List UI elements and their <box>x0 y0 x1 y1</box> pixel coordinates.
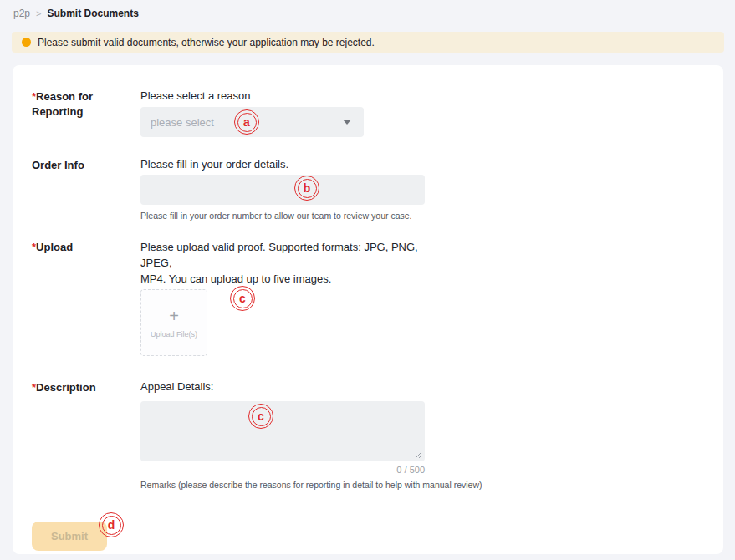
appeal-details-textarea[interactable] <box>140 401 425 461</box>
reason-select-placeholder: please select <box>151 116 214 129</box>
warning-text: Please submit valid documents, otherwise… <box>38 37 375 48</box>
character-counter: 0 / 500 <box>140 465 425 475</box>
reason-hint: Please select a reason <box>140 89 704 104</box>
submit-button[interactable]: Submit <box>32 522 107 551</box>
form-row-description: *Description Appeal Details: 0 / 500 Rem… <box>32 379 704 490</box>
order-label: Order Info <box>32 157 140 221</box>
resize-handle-icon[interactable] <box>415 451 422 459</box>
form-row-upload: *Upload Please upload valid proof. Suppo… <box>32 239 704 356</box>
order-helper-text: Please fill in your order number to allo… <box>140 211 704 221</box>
breadcrumb-item-submit-documents: Submit Documents <box>47 8 138 19</box>
reason-label: *Reason for Reporting <box>32 89 140 137</box>
plus-icon: + <box>169 308 179 324</box>
description-label: *Description <box>32 379 140 490</box>
description-hint: Appeal Details: <box>140 379 704 395</box>
upload-hint: Please upload valid proof. Supported for… <box>140 239 450 287</box>
description-helper-text: Remarks (please describe the reasons for… <box>140 480 704 490</box>
footer-divider <box>32 507 704 507</box>
order-number-input[interactable] <box>140 175 425 205</box>
chevron-down-icon <box>343 120 351 125</box>
upload-files-button[interactable]: + Upload File(s) <box>140 289 207 356</box>
upload-button-label: Upload File(s) <box>151 330 197 339</box>
page: p2p > Submit Documents Please submit val… <box>0 0 735 560</box>
form-card: *Reason for Reporting Please select a re… <box>13 65 723 554</box>
form-row-reason: *Reason for Reporting Please select a re… <box>32 89 704 137</box>
warning-banner: Please submit valid documents, otherwise… <box>12 32 724 53</box>
order-hint: Please fill in your order details. <box>140 157 704 172</box>
form-row-order: Order Info Please fill in your order det… <box>32 157 704 221</box>
breadcrumb-item-p2p[interactable]: p2p <box>13 8 30 19</box>
breadcrumb-separator: > <box>36 8 41 18</box>
breadcrumb: p2p > Submit Documents <box>13 8 139 19</box>
reason-select[interactable]: please select <box>140 107 364 137</box>
upload-label: *Upload <box>32 239 140 356</box>
warning-icon <box>22 38 31 47</box>
